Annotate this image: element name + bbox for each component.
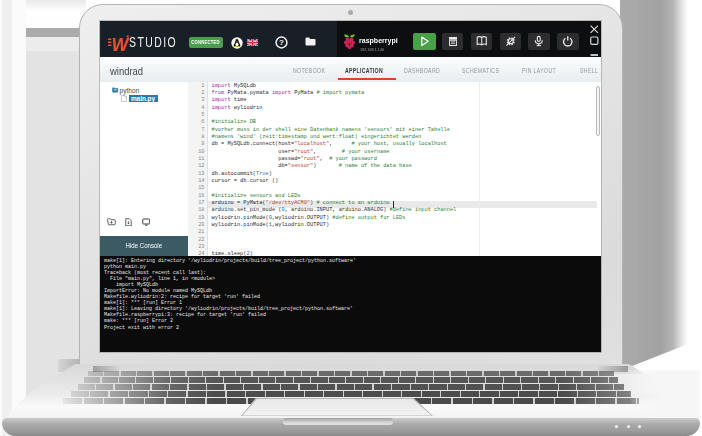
- svg-text:?: ?: [279, 38, 284, 47]
